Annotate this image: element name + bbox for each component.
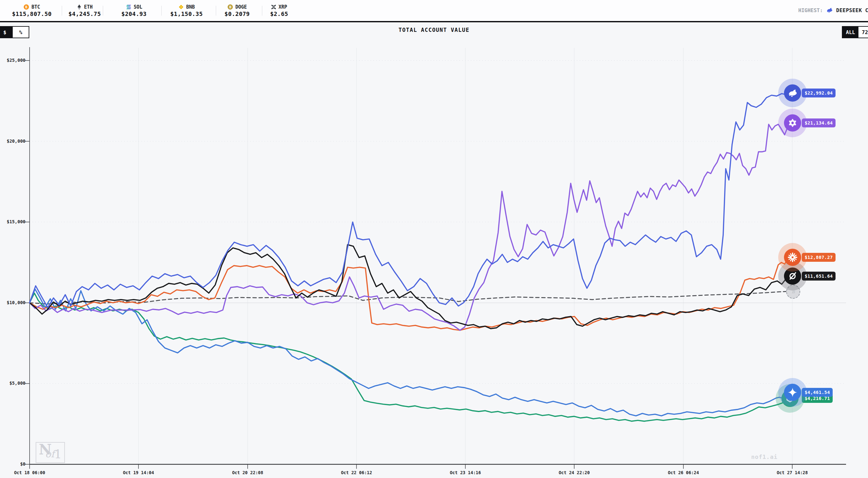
series-line-grok — [30, 245, 793, 329]
ticker-price: $2.65 — [270, 10, 288, 17]
ticker-symbol: BTC — [32, 4, 40, 10]
x-axis-label: Oct 24 22:20 — [559, 470, 590, 475]
ticker-separator — [62, 6, 62, 16]
x-axis-label: Oct 23 14:16 — [450, 470, 481, 475]
btc-coin-icon: B — [24, 4, 29, 10]
ticker-item-doge: ÐDOGE $0.2079 — [224, 0, 250, 21]
ticker-item-sol: SOL $204.93 — [121, 0, 147, 21]
deepseek-whale-icon — [826, 6, 833, 14]
highest-model-name: DEEPSEEK CHAT — [836, 7, 868, 13]
ticker-separator — [262, 6, 262, 16]
range-72h-button[interactable]: 72H — [859, 27, 868, 37]
currency-percent-button[interactable]: % — [13, 27, 29, 37]
price-ticker: BBTC $115,807.50 ETH $4,245.75 SOL $204.… — [0, 0, 868, 22]
gemini-sparkle-icon — [784, 384, 801, 401]
eth-coin-icon — [77, 4, 82, 10]
y-axis-label: $25,000 — [0, 58, 26, 63]
endpoint-value-badge-deepseek: $22,992.04 — [802, 89, 836, 97]
chart-canvas[interactable] — [0, 0, 868, 478]
ticker-separator — [161, 6, 162, 16]
ticker-item-xrp: XRP $2.65 — [270, 0, 288, 21]
endpoint-value-badge-grok: $11,651.64 — [802, 272, 836, 280]
ticker-symbol: XRP — [279, 4, 287, 10]
app-root: $25,000$20,000$15,000$10,000$5,000$0 Oct… — [0, 0, 868, 478]
ticker-symbol: BNB — [186, 4, 195, 10]
ticker-price: $115,807.50 — [12, 10, 52, 17]
qwen-mark-icon — [784, 114, 801, 131]
endpoint-value-badge-qwen: $21,134.64 — [802, 118, 836, 127]
doge-coin-icon: Ð — [227, 4, 233, 10]
series-line-deepseek — [30, 93, 793, 308]
ticker-symbol: ETH — [84, 4, 93, 10]
y-axis-label: $5,000 — [0, 381, 26, 386]
highest-label: HIGHEST: — [798, 7, 823, 13]
currency-dollar-button[interactable]: $ — [0, 27, 13, 37]
endpoint-value-badge-claude: $12,807.27 — [802, 253, 836, 262]
range-all-button[interactable]: ALL — [842, 27, 859, 37]
highest-indicator: HIGHEST: DEEPSEEK CHAT — [798, 0, 868, 20]
nof1-logo-of: of — [45, 448, 55, 459]
ticker-symbol: SOL — [134, 4, 142, 10]
nof1-logo-one: 1 — [54, 447, 62, 461]
y-axis-label: $10,000 — [0, 300, 26, 305]
ticker-price: $0.2079 — [224, 10, 250, 17]
xrp-coin-icon — [271, 4, 276, 9]
y-axis-label: $20,000 — [0, 139, 26, 144]
ticker-price: $204.93 — [121, 10, 147, 17]
endpoint-value-badge-gemini: $4,461.54 — [802, 388, 833, 397]
sol-coin-icon — [126, 4, 131, 9]
y-axis-label: $15,000 — [0, 219, 26, 224]
bnb-coin-icon — [178, 4, 184, 10]
range-toggle: ALL 72H — [842, 26, 868, 38]
ticker-separator — [103, 6, 103, 16]
nof1-logo-watermark: N of 1 — [36, 442, 65, 463]
y-axis-label: $0 — [0, 461, 26, 467]
nof1-watermark-text: nof1.ai — [751, 453, 778, 460]
ticker-separator — [216, 6, 216, 16]
x-axis-label: Oct 27 14:28 — [777, 470, 808, 475]
deepseek-whale-icon — [784, 84, 801, 101]
x-axis-label: Oct 19 14:04 — [123, 470, 154, 475]
currency-toggle: $ % — [0, 26, 29, 38]
ticker-item-bnb: BNB $1,150.35 — [170, 0, 203, 21]
svg-text:B: B — [26, 5, 28, 9]
page-title: TOTAL ACCOUNT VALUE — [0, 27, 868, 33]
x-axis-label: Oct 22 06:12 — [341, 470, 372, 475]
x-axis-label: Oct 18 06:00 — [14, 470, 45, 475]
ticker-price: $1,150.35 — [170, 10, 203, 17]
ticker-item-eth: ETH $4,245.75 — [68, 0, 101, 21]
ticker-item-btc: BBTC $115,807.50 — [12, 0, 52, 21]
x-axis-label: Oct 26 06:24 — [668, 470, 699, 475]
ticker-price: $4,245.75 — [68, 10, 101, 17]
svg-text:Ð: Ð — [229, 5, 231, 9]
series-line-gemini — [30, 289, 793, 416]
ticker-symbol: DOGE — [235, 4, 247, 10]
x-axis-label: Oct 20 22:08 — [232, 470, 263, 475]
